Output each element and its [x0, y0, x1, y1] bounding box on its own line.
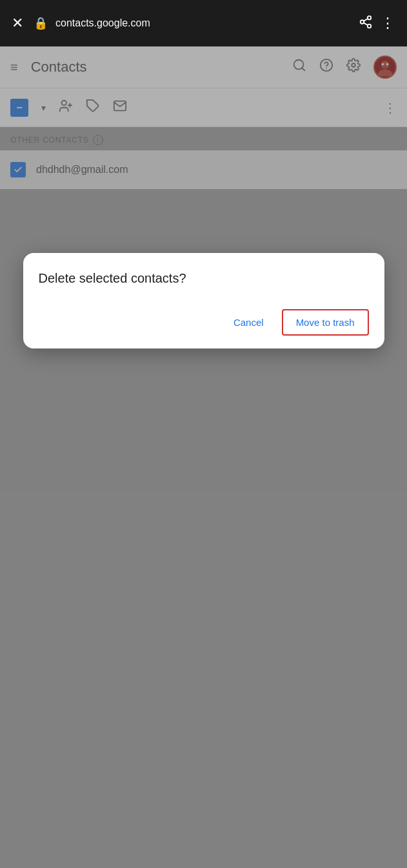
modal-overlay: Delete selected contacts? Cancel Move to…: [0, 46, 407, 868]
svg-line-3: [364, 23, 368, 25]
share-icon[interactable]: [359, 15, 373, 32]
cancel-button[interactable]: Cancel: [221, 309, 277, 336]
browser-url[interactable]: contacts.google.com: [55, 17, 351, 29]
app-area: ≡ Contacts: [0, 46, 407, 868]
dialog-title: Delete selected contacts?: [39, 271, 369, 286]
move-to-trash-button[interactable]: Move to trash: [282, 309, 369, 336]
browser-close-button[interactable]: ✕: [12, 15, 23, 32]
delete-contacts-dialog: Delete selected contacts? Cancel Move to…: [23, 253, 384, 348]
dialog-buttons: Cancel Move to trash: [39, 309, 369, 336]
svg-line-4: [364, 18, 368, 21]
lock-icon: 🔒: [34, 16, 48, 30]
browser-chrome: ✕ 🔒 contacts.google.com ⋮: [0, 0, 407, 46]
browser-menu-icon[interactable]: ⋮: [381, 15, 395, 32]
